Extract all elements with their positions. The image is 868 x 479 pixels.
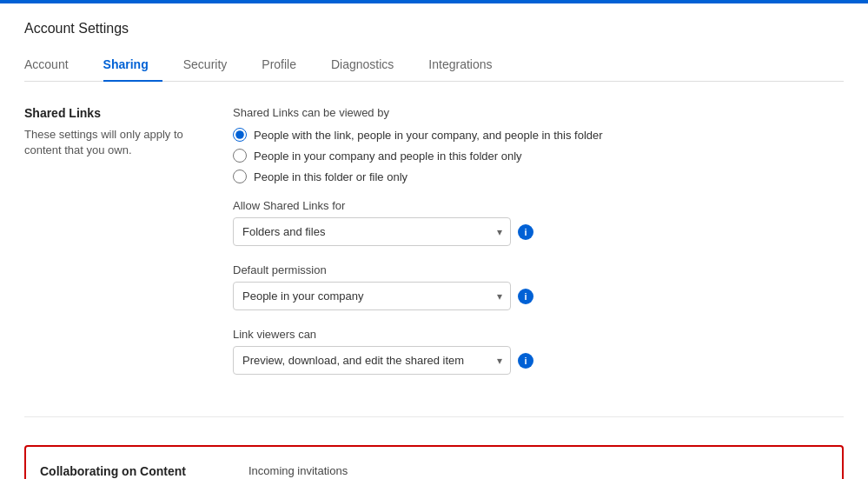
tab-account[interactable]: Account bbox=[24, 50, 83, 82]
radio-label-1: People with the link, people in your com… bbox=[254, 129, 603, 142]
shared-links-desc: These settings will only apply to conten… bbox=[24, 127, 205, 158]
radio-label-3: People in this folder or file only bbox=[254, 170, 407, 183]
permission-label: Default permission bbox=[233, 263, 844, 276]
radio-folder-file[interactable] bbox=[233, 170, 247, 183]
viewers-info-icon[interactable]: i bbox=[518, 353, 533, 369]
radio-item-2: People in your company and people in thi… bbox=[233, 149, 844, 163]
permission-field: Default permission People in your compan… bbox=[233, 263, 844, 310]
shared-links-section: Shared Links These settings will only ap… bbox=[24, 106, 844, 417]
tab-diagnostics[interactable]: Diagnostics bbox=[331, 50, 407, 82]
permission-select-row: People in your company Anyone People in … bbox=[233, 282, 844, 310]
allow-label: Allow Shared Links for bbox=[233, 199, 844, 212]
allow-links-field: Allow Shared Links for Folders and files… bbox=[233, 199, 844, 246]
radio-people-link[interactable] bbox=[233, 128, 247, 142]
tabs-nav: Account Sharing Security Profile Diagnos… bbox=[24, 50, 844, 82]
tab-security[interactable]: Security bbox=[183, 50, 242, 82]
tab-profile[interactable]: Profile bbox=[262, 50, 310, 82]
radio-group-visibility: People with the link, people in your com… bbox=[233, 128, 844, 183]
permission-select[interactable]: People in your company Anyone People in … bbox=[233, 282, 511, 310]
viewed-by-label: Shared Links can be viewed by bbox=[233, 106, 844, 119]
page-title: Account Settings bbox=[24, 21, 844, 37]
viewers-select[interactable]: Preview, download, and edit the shared i… bbox=[233, 346, 511, 375]
viewers-label: Link viewers can bbox=[233, 328, 844, 341]
viewers-select-wrapper: Preview, download, and edit the shared i… bbox=[233, 346, 511, 375]
shared-links-right: Shared Links can be viewed by People wit… bbox=[233, 106, 844, 392]
tab-sharing[interactable]: Sharing bbox=[103, 50, 162, 82]
radio-item-1: People with the link, people in your com… bbox=[233, 128, 844, 142]
content-area: Shared Links These settings will only ap… bbox=[24, 82, 844, 479]
allow-info-icon[interactable]: i bbox=[518, 224, 533, 240]
incoming-label: Incoming invitations bbox=[248, 464, 828, 477]
shared-links-left: Shared Links These settings will only ap… bbox=[24, 106, 233, 392]
collaborating-title: Collaborating on Content bbox=[40, 464, 221, 478]
viewers-field: Link viewers can Preview, download, and … bbox=[233, 328, 844, 375]
tab-integrations[interactable]: Integrations bbox=[428, 50, 506, 82]
radio-item-3: People in this folder or file only bbox=[233, 170, 844, 183]
permission-select-wrapper: People in your company Anyone People in … bbox=[233, 282, 511, 310]
allow-select-wrapper: Folders and files Folders only Files onl… bbox=[233, 217, 511, 246]
collaborating-left: Collaborating on Content bbox=[40, 464, 248, 479]
permission-info-icon[interactable]: i bbox=[518, 289, 533, 304]
collaborating-right: Incoming invitations Automatically accep… bbox=[248, 464, 828, 479]
shared-links-title: Shared Links bbox=[24, 106, 205, 120]
radio-company-folder[interactable] bbox=[233, 149, 247, 163]
allow-select[interactable]: Folders and files Folders only Files onl… bbox=[233, 217, 511, 246]
allow-select-row: Folders and files Folders only Files onl… bbox=[233, 217, 844, 246]
collaborating-section: Collaborating on Content Incoming invita… bbox=[24, 445, 844, 479]
radio-label-2: People in your company and people in thi… bbox=[254, 150, 522, 163]
viewers-select-row: Preview, download, and edit the shared i… bbox=[233, 346, 844, 375]
